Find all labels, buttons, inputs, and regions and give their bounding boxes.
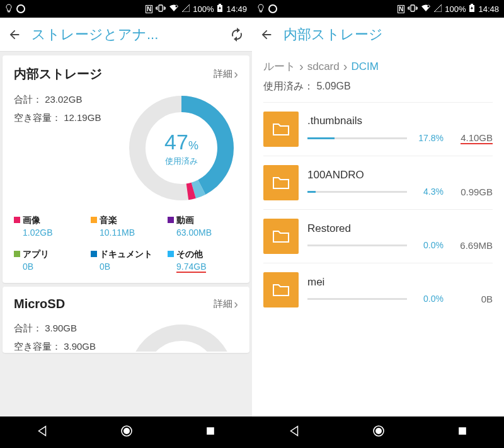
usage-donut: 47% 使用済み [125, 91, 238, 205]
folder-name: Restored [307, 222, 493, 235]
folder-list: .thumbnails 17.8% 4.10GB 100ANDRO 4.3% 0… [263, 102, 493, 316]
usage-size: 6.69MB [451, 240, 493, 251]
usage-bar [307, 298, 407, 300]
legend: 画像1.02GB音楽10.11MB動画63.00MBアプリ0Bドキュメント0Bそ… [14, 215, 238, 273]
usage-size: 4.10GB [451, 132, 493, 144]
wifi-icon [421, 4, 431, 14]
internal-storage-card[interactable]: 内部ストレージ 詳細 › 合計： 23.02GB 空き容量： 12.19GB [3, 55, 249, 283]
folder-icon [263, 219, 299, 254]
legend-item[interactable]: ドキュメント0B [91, 249, 161, 273]
usage-percent: 17.8% [415, 133, 444, 143]
battery-icon [469, 4, 475, 14]
nfc-icon: N [146, 5, 152, 13]
nav-home-icon[interactable] [119, 423, 134, 441]
breadcrumb[interactable]: ルート › sdcard › DCIM [252, 52, 504, 76]
card-title: 内部ストレージ [14, 66, 214, 83]
vibrate-icon [156, 4, 166, 14]
legend-item[interactable]: 動画63.00MB [168, 215, 238, 238]
free-line: 空き容量： 12.19GB [14, 112, 101, 124]
battery-icon [217, 4, 223, 14]
svg-point-11 [123, 428, 130, 434]
usage-percent: 0.0% [415, 240, 444, 250]
wifi-icon [169, 4, 179, 14]
detail-label: 詳細 [214, 68, 232, 80]
folder-row[interactable]: mei 0.0% 0B [263, 263, 493, 316]
usage-size: 0B [451, 294, 493, 304]
nav-recent-icon[interactable] [456, 425, 469, 440]
usage-bar [307, 137, 407, 139]
usage-size: 0.99GB [451, 187, 493, 197]
svg-rect-17 [471, 4, 473, 5]
svg-point-9 [137, 333, 226, 352]
chevron-right-icon: › [299, 59, 304, 74]
total-line: 合計： 23.02GB [14, 94, 101, 106]
page-title: ストレージとアナ... [32, 25, 219, 44]
battery-text: 100% [193, 4, 214, 14]
nfc-icon: N [398, 5, 404, 13]
total-line: 合計： 3.90GB [14, 323, 96, 335]
usage-donut-partial [125, 320, 238, 352]
crumb-current: DCIM [351, 60, 378, 73]
detail-label: 詳細 [214, 298, 232, 310]
signal-icon [434, 4, 442, 14]
refresh-icon[interactable] [229, 27, 244, 42]
signal-icon [182, 4, 190, 14]
folder-row[interactable]: Restored 0.0% 6.69MB [263, 209, 493, 263]
nav-back-icon[interactable] [287, 424, 301, 440]
svg-rect-4 [219, 4, 221, 5]
nav-bar [0, 416, 252, 448]
svg-rect-0 [159, 5, 163, 11]
status-bar: N 100% 14:49 [0, 0, 252, 18]
usage-percent: 0.0% [415, 294, 444, 304]
detail-link[interactable]: 詳細 › [214, 297, 238, 311]
app-bar: 内部ストレージ [252, 18, 504, 52]
nav-home-icon[interactable] [371, 423, 386, 441]
screen-storage-analyzer: N 100% 14:49 ストレージとアナ... [0, 0, 252, 448]
screen2-body: ルート › sdcard › DCIM 使用済み： 5.09GB .thumbn… [252, 52, 504, 448]
clock-text: 14:48 [478, 4, 499, 14]
used-summary: 使用済み： 5.09GB [252, 76, 504, 102]
folder-row[interactable]: .thumbnails 17.8% 4.10GB [263, 102, 493, 156]
page-title: 内部ストレージ [284, 25, 496, 44]
circle-icon [16, 4, 25, 13]
folder-icon [263, 112, 299, 147]
vibrate-icon [408, 4, 418, 14]
donut-percent: 47% [164, 130, 198, 154]
donut-label: 使用済み [165, 156, 198, 167]
detail-link[interactable]: 詳細 › [214, 67, 238, 81]
screen1-body: 内部ストレージ 詳細 › 合計： 23.02GB 空き容量： 12.19GB [0, 52, 252, 448]
folder-icon [263, 272, 299, 307]
folder-icon [263, 165, 299, 200]
card-title: MicroSD [14, 297, 214, 311]
back-icon[interactable] [260, 28, 273, 42]
folder-name: mei [307, 276, 493, 289]
screen-internal-storage: N 100% 14:48 内部ストレージ ルート › sdcard [252, 0, 504, 448]
legend-item[interactable]: 音楽10.11MB [91, 215, 161, 238]
svg-rect-13 [411, 5, 415, 11]
bulb-icon [5, 4, 13, 14]
crumb-root[interactable]: ルート [263, 59, 295, 74]
usage-bar [307, 191, 407, 193]
folder-name: .thumbnails [307, 115, 493, 127]
folder-row[interactable]: 100ANDRO 4.3% 0.99GB [263, 156, 493, 209]
legend-item[interactable]: 画像1.02GB [14, 215, 84, 238]
legend-item[interactable]: アプリ0B [14, 249, 84, 273]
back-icon[interactable] [8, 28, 21, 42]
nav-back-icon[interactable] [35, 424, 49, 440]
legend-item[interactable]: その他9.74GB [168, 249, 238, 273]
nav-recent-icon[interactable] [204, 425, 217, 440]
chevron-right-icon: › [234, 67, 238, 81]
svg-point-19 [375, 428, 382, 434]
app-bar: ストレージとアナ... [0, 18, 252, 52]
battery-text: 100% [445, 4, 466, 14]
bulb-icon [257, 4, 265, 14]
usage-percent: 4.3% [415, 187, 444, 197]
microsd-card[interactable]: MicroSD 詳細 › 合計： 3.90GB 空き容量： 3.90GB [3, 287, 249, 353]
circle-icon [268, 4, 277, 13]
chevron-right-icon: › [343, 59, 348, 74]
crumb-sdcard[interactable]: sdcard [307, 60, 340, 73]
usage-bar [307, 244, 407, 246]
chevron-right-icon: › [234, 297, 238, 311]
nav-bar [252, 416, 504, 448]
folder-name: 100ANDRO [307, 169, 493, 181]
